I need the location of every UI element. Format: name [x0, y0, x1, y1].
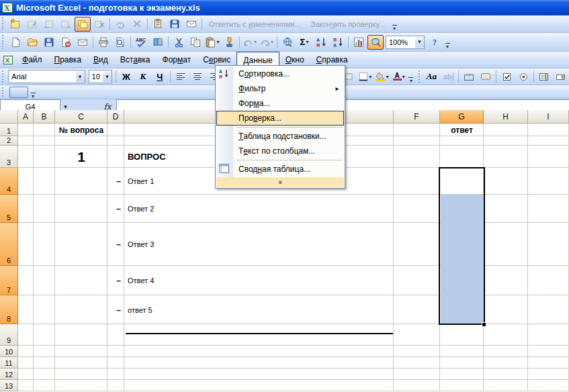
send-mail-button[interactable] [183, 17, 200, 32]
column-header-A[interactable]: A [18, 110, 34, 124]
cell-E10[interactable] [124, 346, 394, 357]
paste-button[interactable]: ▾ [204, 35, 220, 50]
cell-B8[interactable] [34, 295, 55, 324]
cell-H9[interactable] [484, 324, 528, 346]
cell-H13[interactable] [484, 380, 528, 391]
italic-button[interactable]: К [135, 69, 151, 84]
cell-I11[interactable] [528, 357, 569, 369]
cell-C6[interactable] [55, 223, 107, 266]
cell-I8[interactable] [528, 295, 569, 324]
forms-label-button[interactable]: Aa [423, 69, 439, 84]
font-name-dropdown-arrow[interactable]: ▼ [76, 71, 85, 82]
menu-insert[interactable]: Вставка [114, 52, 157, 68]
font-name-combobox[interactable]: Arial▼ [8, 70, 85, 83]
column-header-I[interactable]: I [528, 110, 569, 124]
cell-F3[interactable] [394, 146, 440, 168]
column-header-D[interactable]: D [107, 110, 124, 124]
row-header-3[interactable]: 3 [0, 146, 18, 168]
cell-F13[interactable] [394, 380, 440, 391]
forms-checkbox-button[interactable] [498, 69, 515, 84]
row-header-7[interactable]: 7 [0, 266, 18, 295]
underline-button[interactable]: Ч [152, 69, 168, 84]
cell-B6[interactable] [34, 223, 55, 266]
column-header-H[interactable]: H [484, 110, 528, 124]
cell-I12[interactable] [528, 369, 569, 380]
cell-C10[interactable] [55, 346, 107, 357]
cell-I4[interactable] [528, 168, 569, 195]
cell-G11[interactable] [440, 357, 484, 369]
open-button[interactable] [24, 35, 40, 50]
row-header-13[interactable]: 13 [0, 380, 18, 391]
menu-item-text-to-columns[interactable]: Текст по столбцам... [216, 144, 344, 158]
reply-with-changes-button[interactable]: Ответить с изменениями... [209, 20, 301, 28]
cell-F1[interactable] [394, 124, 440, 136]
column-header-G[interactable]: G [440, 110, 484, 124]
cell-I10[interactable] [528, 346, 569, 357]
redo-button[interactable]: ▾ [259, 35, 275, 50]
cell-C11[interactable] [55, 357, 107, 369]
align-left-button[interactable] [173, 69, 189, 84]
menu-expand-chevron[interactable]: » [216, 177, 344, 187]
cell-D11[interactable] [107, 357, 124, 369]
cell-A12[interactable] [18, 369, 34, 380]
cell-E13[interactable] [124, 380, 394, 391]
borders-button[interactable]: ▾ [357, 69, 374, 84]
cell-H4[interactable] [484, 168, 528, 195]
end-review-button[interactable]: Закончить проверку... [311, 20, 385, 28]
cell-C12[interactable] [55, 369, 107, 380]
cell-I2[interactable] [528, 136, 569, 146]
borders-dropdown-arrow[interactable]: ▾ [369, 74, 371, 80]
zoom-dropdown-arrow[interactable]: ▼ [415, 37, 424, 48]
cell-C2[interactable] [55, 136, 107, 146]
toolbar-options-chevron[interactable]: ▾ [408, 69, 414, 84]
toolbar-options-chevron[interactable]: ▾ [29, 85, 37, 99]
menu-view[interactable]: Вид [87, 52, 114, 68]
menu-item-validation[interactable]: Проверка... [216, 111, 344, 126]
column-header-F[interactable]: F [394, 110, 440, 124]
cell-D9[interactable] [107, 324, 124, 346]
cell-G3[interactable] [440, 146, 484, 168]
cell-A5[interactable] [18, 195, 34, 223]
cell-H12[interactable] [484, 369, 528, 380]
cell-A6[interactable] [18, 223, 34, 266]
cell-E11[interactable] [124, 357, 394, 369]
bold-button[interactable]: Ж [118, 69, 134, 84]
cell-A11[interactable] [18, 357, 34, 369]
research-button[interactable] [150, 35, 166, 50]
spelling-button[interactable]: ABC [133, 35, 149, 50]
cell-H8[interactable] [484, 295, 528, 324]
sort-descending-button[interactable]: ЯА [330, 35, 346, 50]
row-header-8[interactable]: 8 [0, 295, 18, 324]
copy-button[interactable] [187, 35, 204, 50]
cell-B13[interactable] [34, 380, 55, 391]
menu-item-filter[interactable]: Фильтр► [216, 81, 344, 96]
cell-F7[interactable] [394, 266, 440, 295]
toolbar-grip[interactable] [1, 70, 4, 83]
cell-I1[interactable] [528, 124, 569, 136]
toolbar-options-chevron[interactable]: ▾ [390, 17, 398, 32]
cell-I5[interactable] [528, 195, 569, 223]
new-workbook-button[interactable] [7, 35, 24, 50]
menu-item-sort[interactable]: АЯСортировка... [216, 66, 344, 81]
column-header-C[interactable]: C [55, 110, 107, 124]
edit-comment-button[interactable] [24, 17, 40, 32]
cell-D2[interactable] [107, 136, 124, 146]
cell-B12[interactable] [34, 369, 55, 380]
cell-H11[interactable] [484, 357, 528, 369]
print-button[interactable] [95, 35, 112, 50]
format-painter-button[interactable] [221, 35, 237, 50]
cell-D10[interactable] [107, 346, 124, 357]
accept-change-button[interactable] [112, 17, 128, 32]
menu-format[interactable]: Формат [157, 52, 198, 68]
row-header-2[interactable]: 2 [0, 136, 18, 146]
cell-C7[interactable] [55, 266, 107, 295]
email-button[interactable] [75, 35, 91, 50]
delete-comment-button[interactable] [91, 17, 107, 32]
cell-D13[interactable] [107, 380, 124, 391]
cell-H3[interactable] [484, 146, 528, 168]
cell-D12[interactable] [107, 369, 124, 380]
cell-I13[interactable] [528, 380, 569, 391]
cell-B7[interactable] [34, 266, 55, 295]
new-comment-button[interactable] [7, 17, 24, 32]
cell-F6[interactable] [394, 223, 440, 266]
